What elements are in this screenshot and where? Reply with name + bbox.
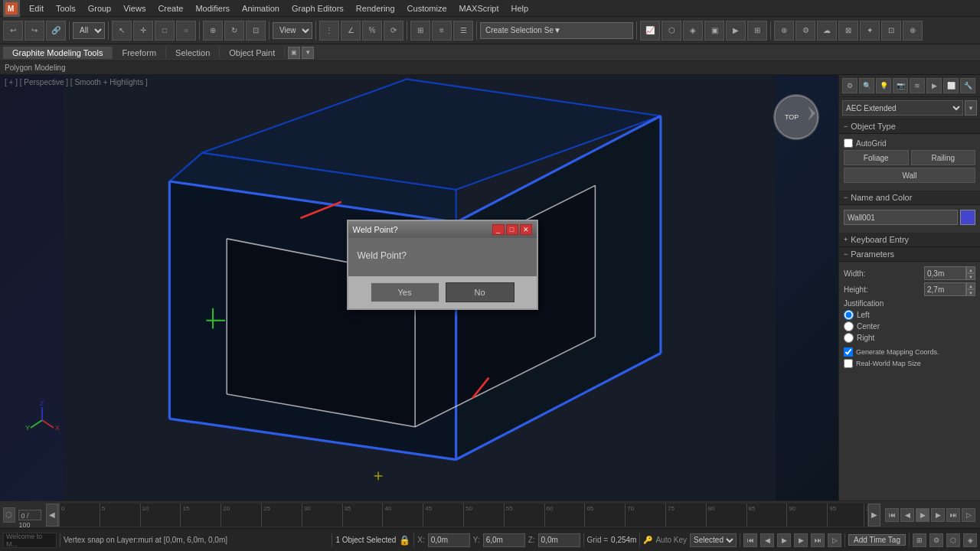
tool2[interactable]: ⚙ bbox=[795, 21, 815, 41]
rotate-button[interactable]: ↻ bbox=[224, 21, 244, 41]
bottom-play[interactable]: ▶ bbox=[777, 533, 791, 547]
undo-button[interactable]: ↩ bbox=[3, 21, 23, 41]
quick-render[interactable]: ▶ bbox=[726, 21, 746, 41]
width-input[interactable] bbox=[924, 266, 966, 280]
extra-icon-2[interactable]: ⚙ bbox=[929, 533, 943, 547]
x-coord-input[interactable] bbox=[428, 533, 470, 547]
auto-key-dropdown[interactable]: Selected bbox=[690, 533, 737, 547]
material-editor[interactable]: ◈ bbox=[683, 21, 703, 41]
panel-icon-camera[interactable]: 📷 bbox=[893, 78, 908, 93]
spinner-snap[interactable]: ⟳ bbox=[384, 21, 403, 41]
angle-snap[interactable]: ∠ bbox=[341, 21, 361, 41]
transform-button[interactable]: ⊕ bbox=[203, 21, 223, 41]
aec-dropdown[interactable]: AEC Extended bbox=[842, 100, 963, 116]
layer-manager[interactable]: ☰ bbox=[453, 21, 473, 41]
tool7[interactable]: ⊕ bbox=[903, 21, 923, 41]
lasso-button[interactable]: ○ bbox=[176, 21, 196, 41]
dialog-no-button[interactable]: No bbox=[446, 282, 514, 302]
tab-freeform[interactable]: Freeform bbox=[113, 47, 166, 59]
menu-create[interactable]: Create bbox=[152, 2, 189, 15]
select-button[interactable]: ↖ bbox=[112, 21, 132, 41]
lock-icon[interactable]: 🔒 bbox=[399, 535, 410, 546]
dialog-minimize[interactable]: _ bbox=[492, 224, 505, 235]
menu-animation[interactable]: Animation bbox=[236, 2, 286, 15]
menu-modifiers[interactable]: Modifiers bbox=[189, 2, 236, 15]
panel-icon-light[interactable]: 💡 bbox=[876, 78, 891, 93]
tab-graphite[interactable]: Graphite Modeling Tools bbox=[3, 47, 113, 59]
add-time-tag-button[interactable]: Add Time Tag bbox=[848, 534, 906, 546]
sub-icon-2[interactable]: ▼ bbox=[302, 47, 314, 59]
view-dropdown[interactable]: View bbox=[273, 22, 312, 39]
render-scene[interactable]: ▣ bbox=[704, 21, 724, 41]
dialog-close-button[interactable]: ✕ bbox=[520, 224, 532, 235]
z-coord-input[interactable] bbox=[538, 533, 580, 547]
play-selected[interactable]: ▷ bbox=[962, 508, 975, 522]
width-up[interactable]: ▲ bbox=[966, 266, 975, 273]
bottom-skip-start[interactable]: ⏮ bbox=[743, 533, 757, 547]
foliage-button[interactable]: Foliage bbox=[844, 150, 909, 165]
dialog-yes-button[interactable]: Yes bbox=[371, 282, 439, 302]
y-coord-input[interactable] bbox=[483, 533, 525, 547]
menu-maxscript[interactable]: MAXScript bbox=[453, 2, 505, 15]
bottom-skip-end[interactable]: ⏭ bbox=[811, 533, 825, 547]
panel-icon-zoom[interactable]: 🔍 bbox=[859, 78, 874, 93]
key-icon[interactable]: 🔑 bbox=[643, 536, 652, 544]
radio-right[interactable] bbox=[844, 333, 854, 343]
snap-toggle[interactable]: ⋮ bbox=[319, 21, 339, 41]
panel-icon-motion[interactable]: ▶ bbox=[926, 78, 942, 93]
redo-button[interactable]: ↪ bbox=[24, 21, 44, 41]
menu-edit[interactable]: Edit bbox=[23, 2, 50, 15]
panel-icon-settings[interactable]: ⚙ bbox=[842, 78, 858, 93]
height-input[interactable] bbox=[924, 282, 966, 296]
radio-left[interactable] bbox=[844, 310, 854, 320]
railing-button[interactable]: Railing bbox=[911, 150, 976, 165]
panel-icon-display[interactable]: ⬜ bbox=[943, 78, 959, 93]
autogrid-checkbox[interactable] bbox=[844, 139, 853, 148]
skip-end[interactable]: ⏭ bbox=[946, 508, 960, 522]
timeline-next[interactable]: ▶ bbox=[868, 504, 880, 527]
panel-icon-utilities[interactable]: 🔧 bbox=[960, 78, 975, 93]
parameters-header[interactable]: − Parameters bbox=[839, 247, 980, 262]
color-swatch[interactable] bbox=[960, 210, 975, 225]
move-button[interactable]: ✛ bbox=[133, 21, 153, 41]
generate-mapping-checkbox[interactable] bbox=[844, 347, 853, 357]
width-down[interactable]: ▼ bbox=[966, 273, 975, 280]
selection-set-dropdown[interactable]: Create Selection Se▼ bbox=[480, 22, 633, 39]
name-color-header[interactable]: − Name and Color bbox=[839, 191, 980, 205]
bottom-play-mode[interactable]: ▷ bbox=[828, 533, 841, 547]
scale-button[interactable]: ⊡ bbox=[246, 21, 266, 41]
skip-start[interactable]: ⏮ bbox=[885, 508, 899, 522]
wall-button[interactable]: Wall bbox=[844, 168, 975, 183]
height-up[interactable]: ▲ bbox=[966, 282, 975, 289]
tool6[interactable]: ⊡ bbox=[881, 21, 901, 41]
next-frame[interactable]: ▶ bbox=[931, 508, 945, 522]
bottom-prev-frame[interactable]: ◀ bbox=[760, 533, 774, 547]
menu-rendering[interactable]: Rendering bbox=[350, 2, 401, 15]
play-anim[interactable]: ▶ bbox=[916, 508, 929, 522]
dropdown-arrow[interactable]: ▼ bbox=[965, 100, 977, 116]
align-button[interactable]: ≡ bbox=[432, 21, 452, 41]
menu-tools[interactable]: Tools bbox=[50, 2, 82, 15]
extra-icon-3[interactable]: ⬡ bbox=[946, 533, 960, 547]
panel-icon-hierarchy[interactable]: ≋ bbox=[910, 78, 925, 93]
tool1[interactable]: ⊛ bbox=[774, 21, 794, 41]
prev-frame[interactable]: ◀ bbox=[900, 508, 914, 522]
render-frame[interactable]: ⊞ bbox=[747, 21, 767, 41]
extra-icon-1[interactable]: ⊞ bbox=[913, 533, 926, 547]
percent-snap[interactable]: % bbox=[362, 21, 382, 41]
menu-help[interactable]: Help bbox=[505, 2, 535, 15]
timeline-track[interactable]: 0 5 10 15 20 25 30 35 40 45 50 55 60 65 … bbox=[58, 504, 868, 527]
timeline-key-icon[interactable]: ⬡ bbox=[3, 507, 15, 523]
mirror-button[interactable]: ⊞ bbox=[410, 21, 430, 41]
keyboard-entry-header[interactable]: + Keyboard Entry bbox=[839, 233, 980, 247]
menu-views[interactable]: Views bbox=[117, 2, 152, 15]
dialog-maximize[interactable]: □ bbox=[506, 224, 518, 235]
tab-object-paint[interactable]: Object Paint bbox=[220, 47, 285, 59]
real-world-map-checkbox[interactable] bbox=[844, 359, 853, 368]
schematic-view[interactable]: ⬡ bbox=[662, 21, 681, 41]
filter-dropdown[interactable]: All bbox=[73, 22, 105, 39]
object-type-header[interactable]: − Object Type bbox=[839, 119, 980, 134]
height-down[interactable]: ▼ bbox=[966, 289, 975, 296]
extra-icon-4[interactable]: ◈ bbox=[963, 533, 977, 547]
menu-graph-editors[interactable]: Graph Editors bbox=[286, 2, 350, 15]
